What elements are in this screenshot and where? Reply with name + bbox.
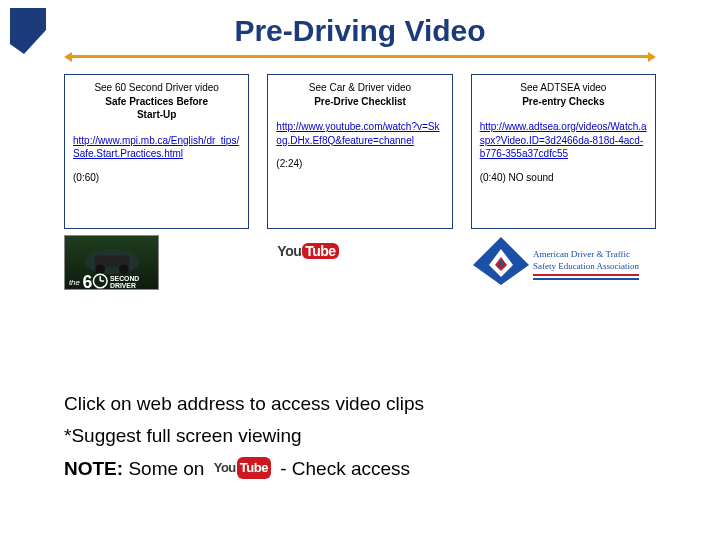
svg-text:DRIVER: DRIVER — [110, 282, 136, 289]
video-duration: (0:40) NO sound — [480, 171, 647, 185]
page-title: Pre-Driving Video — [0, 0, 720, 48]
card-title-line: See ADTSEA video — [480, 81, 647, 95]
video-card: See Car & Driver video Pre-Drive Checkli… — [267, 74, 452, 229]
video-card: See 60 Second Driver video Safe Practice… — [64, 74, 249, 229]
instruction-line: *Suggest full screen viewing — [64, 420, 680, 452]
thumbnail-row: the 6 SECOND DRIVER YouTube A American D… — [64, 235, 656, 290]
youtube-logo: YouTube — [277, 235, 347, 267]
card-subtitle-line: Pre-entry Checks — [480, 95, 647, 109]
card-header: See Car & Driver video Pre-Drive Checkli… — [276, 81, 443, 108]
instruction-line: Click on web address to access video cli… — [64, 388, 680, 420]
video-link[interactable]: http://www.adtsea.org/videos/Watch.aspx?… — [480, 120, 647, 161]
svg-text:6: 6 — [83, 272, 93, 290]
duration-value: (0:60) — [73, 172, 99, 183]
instruction-note: NOTE: Some on YouTube - Check access — [64, 453, 680, 485]
video-card: See ADTSEA video Pre-entry Checks http:/… — [471, 74, 656, 229]
card-title-line: See 60 Second Driver video — [73, 81, 240, 95]
svg-point-4 — [119, 264, 129, 274]
youtube-tube: Tube — [237, 457, 271, 479]
card-subtitle-line: Safe Practices Before — [73, 95, 240, 109]
video-link[interactable]: http://www.mpi.mb.ca/English/dr_tips/Saf… — [73, 134, 240, 161]
youtube-inline-logo: YouTube — [214, 457, 271, 479]
card-title-line: See Car & Driver video — [276, 81, 443, 95]
note-text: Some on — [123, 458, 210, 479]
card-subtitle-line: Pre-Drive Checklist — [276, 95, 443, 109]
svg-text:Safety Education Association: Safety Education Association — [533, 261, 639, 271]
youtube-you: You — [214, 457, 236, 479]
note-label: NOTE: — [64, 458, 123, 479]
card-subtitle-line: Start-Up — [73, 108, 240, 122]
duration-value: (0:40) — [480, 172, 506, 183]
youtube-tube: Tube — [302, 243, 338, 259]
svg-text:A: A — [497, 259, 504, 270]
divider — [64, 54, 656, 60]
svg-marker-0 — [10, 8, 46, 54]
svg-text:the: the — [69, 278, 81, 287]
duration-note: NO sound — [506, 172, 554, 183]
video-duration: (2:24) — [276, 157, 443, 171]
adtsea-logo: A American Driver & Traffic Safety Educa… — [471, 235, 641, 290]
card-header: See 60 Second Driver video Safe Practice… — [73, 81, 240, 122]
note-text: - Check access — [280, 458, 410, 479]
instructions-text: Click on web address to access video cli… — [64, 388, 680, 485]
svg-point-3 — [95, 264, 105, 274]
video-link[interactable]: http://www.youtube.com/watch?v=Skog.DHx.… — [276, 120, 443, 147]
duration-value: (2:24) — [276, 158, 302, 169]
sixty-second-driver-thumb: the 6 SECOND DRIVER — [64, 235, 159, 290]
card-header: See ADTSEA video Pre-entry Checks — [480, 81, 647, 108]
svg-text:American Driver & Traffic: American Driver & Traffic — [533, 249, 630, 259]
video-duration: (0:60) — [73, 171, 240, 185]
video-cards-row: See 60 Second Driver video Safe Practice… — [64, 74, 656, 229]
youtube-you: You — [277, 243, 301, 259]
nevada-icon — [6, 6, 50, 56]
